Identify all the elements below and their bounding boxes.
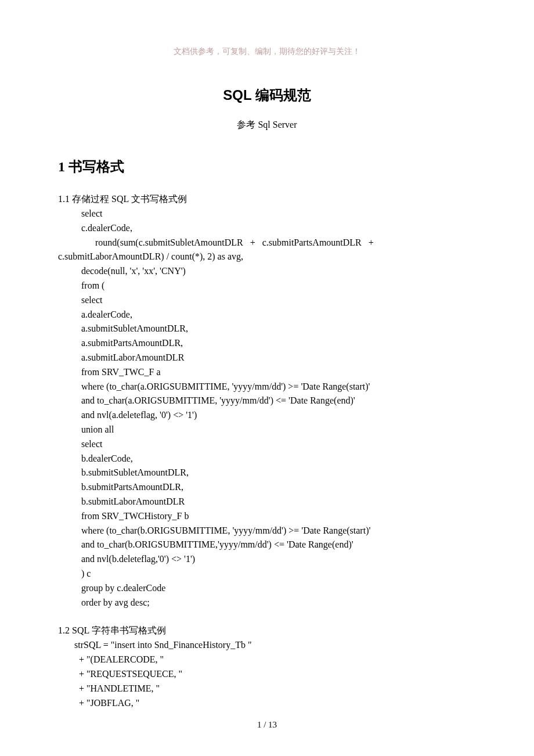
section-1-1-heading: 1.1 存储过程 SQL 文书写格式例 [58, 193, 476, 206]
code-line: + "JOBFLAG, " [74, 696, 476, 711]
code-line: a.submitSubletAmountDLR, [81, 322, 476, 336]
document-subtitle: 参考 Sql Server [58, 119, 476, 131]
code-line: and nvl(a.deleteflag, '0') <> '1') [81, 408, 476, 423]
code-line: strSQL = "insert into Snd_FinanceHistory… [74, 638, 476, 653]
code-line: a.dealerCode, [81, 308, 476, 322]
code-line: and nvl(b.deleteflag,'0') <> '1') [81, 552, 476, 567]
code-line: from ( [81, 279, 476, 293]
code-line: and to_char(a.ORIGSUBMITTIME, 'yyyy/mm/d… [81, 394, 476, 408]
code-line: b.submitLaborAmountDLR [81, 495, 476, 509]
code-line: where (to_char(b.ORIGSUBMITTIME, 'yyyy/m… [81, 524, 476, 538]
code-line: select [81, 207, 476, 221]
code-line: union all [81, 423, 476, 437]
code-block-1: select c.dealerCode, round(sum(c.submitS… [58, 207, 476, 610]
code-line: from SRV_TWC_F a [81, 365, 476, 380]
code-line: b.submitPartsAmountDLR, [81, 480, 476, 495]
code-line: + "REQUESTSEQUECE, " [74, 667, 476, 682]
page-number: 1 / 13 [0, 720, 534, 730]
code-line: a.submitPartsAmountDLR, [81, 336, 476, 351]
document-page: 文档供参考，可复制、编制，期待您的好评与关注！ SQL 编码规范 参考 Sql … [0, 0, 534, 756]
code-block-2: strSQL = "insert into Snd_FinanceHistory… [58, 638, 476, 710]
code-line: b.dealerCode, [81, 452, 476, 466]
section-1-heading: 1 书写格式 [58, 157, 476, 176]
section-1-2-heading: 1.2 SQL 字符串书写格式例 [58, 625, 476, 637]
code-line: + "HANDLETIME, " [74, 682, 476, 696]
code-line: ) c [81, 567, 476, 581]
header-note: 文档供参考，可复制、编制，期待您的好评与关注！ [58, 46, 476, 57]
code-line: c.dealerCode, [81, 221, 476, 236]
code-line: a.submitLaborAmountDLR [81, 351, 476, 365]
document-title: SQL 编码规范 [58, 86, 476, 105]
code-line: b.submitSubletAmountDLR, [81, 466, 476, 480]
code-line: c.submitLaborAmountDLR) / count(*), 2) a… [58, 250, 476, 264]
code-line: where (to_char(a.ORIGSUBMITTIME, 'yyyy/m… [81, 380, 476, 394]
code-line: from SRV_TWCHistory_F b [81, 509, 476, 524]
code-line: round(sum(c.submitSubletAmountDLR + c.su… [81, 236, 476, 250]
code-line: select [81, 293, 476, 308]
code-line: group by c.dealerCode [81, 581, 476, 596]
code-line: order by avg desc; [81, 596, 476, 610]
code-line: + "(DEALERCODE, " [74, 653, 476, 667]
code-line: and to_char(b.ORIGSUBMITTIME,'yyyy/mm/dd… [81, 538, 476, 552]
code-line: decode(null, 'x', 'xx', 'CNY') [81, 264, 476, 279]
code-line: select [81, 437, 476, 452]
